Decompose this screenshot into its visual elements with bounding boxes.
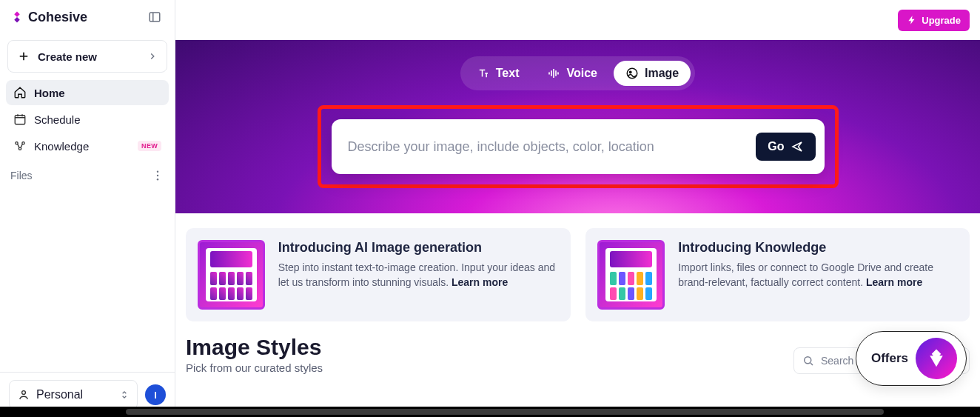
- image-icon: [625, 67, 639, 80]
- collapse-sidebar-button[interactable]: [145, 7, 164, 27]
- brand-name: Cohesive: [28, 10, 87, 25]
- plus-icon: [17, 50, 30, 63]
- svg-rect-1: [15, 116, 25, 124]
- search-icon: [802, 354, 815, 367]
- files-section: Files: [0, 159, 175, 182]
- avatar-initial: I: [154, 390, 157, 401]
- svg-point-3: [22, 142, 24, 144]
- nodes-icon: [13, 139, 27, 153]
- chevron-right-icon: [147, 51, 158, 61]
- svg-point-2: [16, 142, 18, 144]
- svg-point-6: [157, 175, 158, 176]
- sidebar-item-label: Schedule: [34, 113, 81, 126]
- svg-point-4: [19, 147, 21, 150]
- workspace-label: Personal: [36, 388, 83, 401]
- user-icon: [17, 388, 30, 401]
- sidebar-item-label: Knowledge: [34, 140, 89, 153]
- info-cards: Introducing AI Image generation Step int…: [175, 213, 980, 332]
- sidebar-item-home[interactable]: Home: [6, 80, 169, 105]
- voice-icon: [547, 67, 560, 80]
- gift-diamond-icon: [925, 347, 947, 370]
- offers-bubble: [916, 338, 957, 379]
- new-badge: NEW: [138, 141, 161, 151]
- hero: Text Voice Image Go: [175, 40, 980, 213]
- svg-point-7: [157, 179, 158, 180]
- prompt-bar: Go: [332, 119, 825, 174]
- svg-point-9: [627, 68, 637, 79]
- search-placeholder: Search: [821, 355, 853, 367]
- sidebar: Cohesive Create new Home Schedule: [0, 0, 175, 417]
- learn-more-link[interactable]: Learn more: [452, 276, 508, 288]
- mode-label: Text: [496, 67, 520, 80]
- panel-icon: [148, 10, 161, 24]
- go-label: Go: [768, 140, 784, 153]
- svg-point-8: [22, 391, 26, 395]
- home-icon: [13, 86, 27, 99]
- card-knowledge[interactable]: Introducing Knowledge Import links, file…: [585, 228, 970, 321]
- send-icon: [791, 140, 804, 153]
- mode-switch: Text Voice Image: [460, 56, 695, 90]
- card-body-text: Step into instant text-to-image creation…: [278, 260, 559, 290]
- avatar[interactable]: I: [145, 384, 166, 405]
- brand-logo-icon: [10, 10, 24, 24]
- bolt-icon: [907, 15, 917, 25]
- svg-point-10: [630, 71, 631, 73]
- offers-widget[interactable]: Offers: [856, 331, 967, 386]
- sidebar-header: Cohesive: [0, 0, 175, 34]
- main: Upgrade Text Voice Image: [175, 0, 980, 417]
- files-label[interactable]: Files: [10, 170, 33, 181]
- create-new-label: Create new: [38, 50, 97, 63]
- upgrade-button[interactable]: Upgrade: [898, 10, 970, 31]
- sidebar-nav: Home Schedule Knowledge NEW: [0, 80, 175, 159]
- go-button[interactable]: Go: [756, 133, 815, 161]
- text-icon: [477, 67, 490, 80]
- styles-heading: Image Styles: [186, 335, 323, 360]
- sidebar-item-schedule[interactable]: Schedule: [6, 107, 169, 132]
- mode-image[interactable]: Image: [614, 61, 691, 86]
- learn-more-link[interactable]: Learn more: [866, 276, 922, 288]
- card-image-gen[interactable]: Introducing AI Image generation Step int…: [186, 228, 571, 321]
- prompt-input[interactable]: [348, 139, 748, 155]
- sidebar-item-knowledge[interactable]: Knowledge NEW: [6, 133, 169, 159]
- os-scrollbar[interactable]: [0, 407, 980, 417]
- upgrade-label: Upgrade: [922, 15, 961, 26]
- mode-label: Image: [645, 67, 679, 80]
- brand[interactable]: Cohesive: [10, 10, 87, 25]
- offers-label: Offers: [871, 351, 908, 366]
- highlighted-region: Go: [318, 105, 839, 188]
- calendar-icon: [13, 113, 27, 126]
- chevron-updown-icon: [119, 390, 130, 400]
- mode-label: Voice: [566, 67, 597, 80]
- more-vertical-icon[interactable]: [151, 169, 164, 182]
- styles-sub: Pick from our curated styles: [186, 361, 323, 374]
- workspace-switcher[interactable]: Personal: [9, 380, 138, 410]
- svg-point-11: [805, 357, 811, 364]
- mode-voice[interactable]: Voice: [535, 61, 609, 86]
- sidebar-item-label: Home: [34, 87, 65, 99]
- card-body-text: Import links, files or connect to Google…: [678, 260, 958, 290]
- card-title: Introducing Knowledge: [678, 240, 958, 256]
- svg-rect-0: [150, 13, 160, 21]
- card-thumb: [597, 240, 665, 310]
- card-thumb: [198, 240, 265, 310]
- create-new-button[interactable]: Create new: [7, 40, 167, 73]
- svg-point-5: [157, 171, 158, 173]
- mode-text[interactable]: Text: [465, 61, 531, 86]
- card-title: Introducing AI Image generation: [278, 240, 559, 256]
- topbar: Upgrade: [175, 0, 980, 40]
